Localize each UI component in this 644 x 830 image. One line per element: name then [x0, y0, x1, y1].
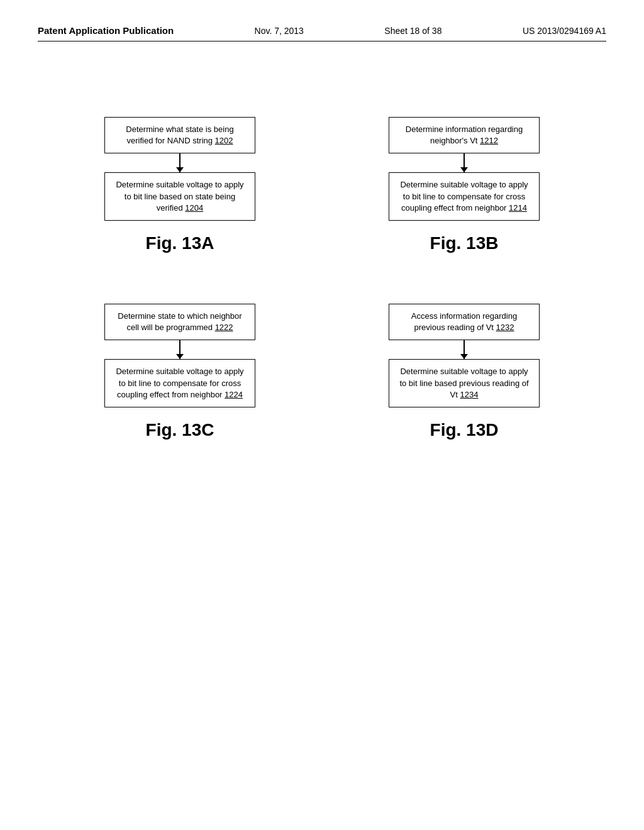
arrow-13a — [179, 153, 180, 172]
page: Patent Application Publication Nov. 7, 2… — [0, 0, 644, 830]
box-13d-1: Access information regarding previous re… — [389, 304, 540, 340]
figure-13c: Determine state to which neighbor cell w… — [50, 304, 309, 440]
box-13a-1-text: Determine what state is being verified f… — [126, 124, 233, 145]
flowchart-13a: Determine what state is being verified f… — [104, 117, 255, 221]
box-13c-1-text: Determine state to which neighbor cell w… — [118, 311, 242, 332]
fig-13c-label: Fig. 13C — [146, 420, 214, 440]
ref-1234: 1234 — [460, 390, 478, 399]
fig-13d-label: Fig. 13D — [430, 420, 499, 440]
fig-13b-label: Fig. 13B — [430, 233, 499, 253]
box-13c-2: Determine suitable voltage to apply to b… — [104, 359, 255, 407]
box-13b-1: Determine information regarding neighbor… — [389, 117, 540, 153]
ref-1222: 1222 — [215, 323, 233, 332]
figure-13a: Determine what state is being verified f… — [50, 117, 309, 253]
box-13d-1-text: Access information regarding previous re… — [411, 311, 517, 332]
ref-1202: 1202 — [215, 136, 233, 145]
main-content: Determine what state is being verified f… — [38, 117, 606, 440]
box-13d-2: Determine suitable voltage to apply to b… — [389, 359, 540, 407]
figures-row-top: Determine what state is being verified f… — [50, 117, 594, 253]
patent-number: US 2013/0294169 A1 — [523, 26, 606, 36]
box-13b-2-text: Determine suitable voltage to apply to b… — [400, 180, 528, 212]
sheet-label: Sheet 18 of 38 — [384, 26, 441, 36]
figure-13b: Determine information regarding neighbor… — [335, 117, 594, 253]
ref-1204: 1204 — [185, 203, 203, 213]
box-13b-2: Determine suitable voltage to apply to b… — [389, 172, 540, 221]
figure-13d: Access information regarding previous re… — [335, 304, 594, 440]
box-13d-2-text: Determine suitable voltage to apply to b… — [399, 367, 528, 399]
fig-13a-label: Fig. 13A — [146, 233, 214, 253]
page-header: Patent Application Publication Nov. 7, 2… — [38, 25, 606, 42]
flowchart-13b: Determine information regarding neighbor… — [389, 117, 540, 221]
publication-label: Patent Application Publication — [38, 25, 174, 36]
arrow-13c — [179, 340, 180, 359]
flowchart-13c: Determine state to which neighbor cell w… — [104, 304, 255, 407]
box-13b-1-text: Determine information regarding neighbor… — [406, 124, 523, 145]
arrow-13b — [464, 153, 465, 172]
ref-1224: 1224 — [225, 390, 243, 399]
box-13a-1: Determine what state is being verified f… — [104, 117, 255, 153]
box-13c-2-text: Determine suitable voltage to apply to b… — [116, 367, 243, 399]
ref-1214: 1214 — [509, 203, 527, 213]
figures-row-bottom: Determine state to which neighbor cell w… — [50, 304, 594, 440]
box-13a-2-text: Determine suitable voltage to apply to b… — [116, 180, 243, 212]
box-13c-1: Determine state to which neighbor cell w… — [104, 304, 255, 340]
arrow-13d — [464, 340, 465, 359]
ref-1212: 1212 — [480, 136, 498, 145]
box-13a-2: Determine suitable voltage to apply to b… — [104, 172, 255, 221]
date-label: Nov. 7, 2013 — [255, 26, 304, 36]
flowchart-13d: Access information regarding previous re… — [389, 304, 540, 407]
ref-1232: 1232 — [496, 323, 514, 332]
